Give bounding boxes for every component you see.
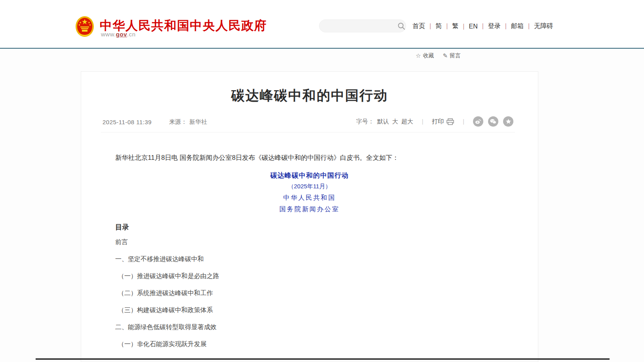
fontsize-option[interactable]: 默认 [377,118,389,125]
print-button[interactable]: 打印 [432,118,454,125]
article-tools: 字号： 默认大超大 | 打印 | [356,116,513,127]
document-issuer-office: 国务院新闻办公室 [81,205,538,214]
document-issuer-country: 中华人民共和国 [81,194,538,202]
gov-cn-page: 中华人民共和国中央人民政府 www.gov.cn 首页简繁EN登录邮箱无障碍 ☆… [0,0,644,362]
comment-label: 留言 [450,52,461,59]
toc-item: （一）推进碳达峰碳中和是必由之路 [115,273,219,279]
print-label: 打印 [432,118,444,125]
comment-button[interactable]: ✎ 留言 [443,52,461,59]
article-title: 碳达峰碳中和的中国行动 [81,87,538,105]
site-header: 中华人民共和国中央人民政府 www.gov.cn 首页简繁EN登录邮箱无障碍 [0,0,644,48]
intro-paragraph: 新华社北京11月8日电 国务院新闻办公室8日发布《碳达峰碳中和的中国行动》白皮书… [115,152,491,163]
site-url-www: www. [101,31,116,38]
star-icon: ☆ [416,52,421,59]
nav-item[interactable]: 邮箱 [501,22,524,30]
nav-item[interactable]: 首页 [412,22,425,30]
site-url-cn: .cn [127,31,136,38]
toc-item: 二、能源绿色低碳转型取得显著成效 [115,324,219,330]
source-label: 来源： [169,118,187,126]
viewport-bottom-edge [36,358,610,360]
toc-heading: 目录 [115,222,129,232]
toc-list: 前言一、坚定不移推进碳达峰碳中和（一）推进碳达峰碳中和是必由之路（二）系统推进碳… [115,239,219,358]
separator: | [422,118,424,125]
search-input[interactable] [326,23,397,29]
publish-date: 2025-11-08 11:39 [103,119,152,125]
wechat-share-icon[interactable] [488,116,498,127]
meta-divider [101,132,515,133]
printer-icon [446,118,454,125]
fontsize-options: 默认大超大 [374,118,413,125]
pencil-icon: ✎ [443,52,448,59]
nav-item[interactable]: 繁 [442,22,458,30]
nav-item[interactable]: 简 [425,22,442,30]
top-nav: 首页简繁EN登录邮箱无障碍 [412,22,553,30]
site-url: www.gov.cn [101,31,136,38]
national-emblem-logo [75,16,94,38]
document-date: （2025年11月） [81,183,538,190]
nav-item[interactable]: 无障碍 [524,22,553,30]
header-divider [0,48,644,49]
toc-item: （二）系统推进碳达峰碳中和工作 [115,290,219,296]
toc-item: （三）构建碳达峰碳中和政策体系 [115,307,219,313]
article-card: 碳达峰碳中和的中国行动 2025-11-08 11:39 来源： 新华社 字号：… [81,71,538,362]
toc-item: （一）非化石能源实现跃升发展 [115,341,219,347]
qzone-share-icon[interactable] [503,116,513,127]
fontsize-label: 字号： [356,118,374,125]
source-value: 新华社 [189,118,207,126]
share-icons [473,116,513,127]
search-icon[interactable] [397,22,405,30]
fontsize-option[interactable]: 大 [392,118,398,125]
toc-item: 一、坚定不移推进碳达峰碳中和 [115,256,219,262]
favorite-button[interactable]: ☆ 收藏 [416,52,434,59]
document-title: 碳达峰碳中和的中国行动 [81,171,538,180]
nav-item[interactable]: EN [458,23,477,30]
page-actions: ☆ 收藏 ✎ 留言 [416,52,461,59]
nav-item[interactable]: 登录 [478,22,501,30]
toc-item: 前言 [115,239,219,245]
separator: | [463,118,464,125]
site-url-gov: gov [116,31,127,38]
search-box[interactable] [319,19,406,32]
fontsize-option[interactable]: 超大 [401,118,413,125]
weibo-share-icon[interactable] [473,116,483,127]
favorite-label: 收藏 [423,52,434,59]
article-meta: 2025-11-08 11:39 来源： 新华社 [103,118,207,126]
